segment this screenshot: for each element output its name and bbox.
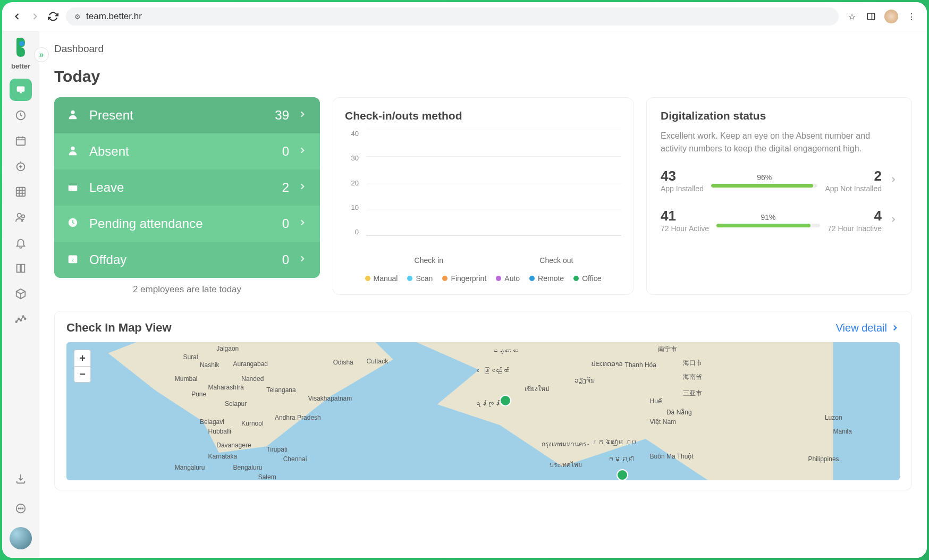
map-place-label: កម្ពុជា [608,455,634,463]
stat-number: 4 [827,208,882,224]
map-card: Check In Map View View detail SuratJalga… [54,311,912,490]
status-item-absent[interactable]: Absent 0 [54,133,320,169]
sidebar-item-add-time[interactable] [10,155,32,177]
sidebar-item-calendar[interactable] [10,130,32,152]
bookmark-icon[interactable]: ☆ [846,11,858,22]
sidebar-item-notifications[interactable] [10,232,32,254]
user-avatar[interactable] [10,527,32,549]
map-view[interactable]: SuratJalgaonNashikMumbaiAurangabadMahara… [66,342,900,480]
zoom-out-button[interactable]: − [74,366,90,382]
sidebar-item-chat[interactable] [10,497,32,520]
map-place-label: 海口市 [683,359,702,368]
map-place-label: Mumbai [175,375,198,383]
sidebar-item-download[interactable] [10,468,32,490]
reload-button[interactable] [48,11,58,22]
sidebar-toggle[interactable]: » [34,47,49,62]
logo-label: better [11,62,30,70]
map-place-label: Pune [191,391,206,398]
svg-point-26 [22,508,23,509]
sidebar-item-analytics[interactable] [10,308,32,330]
status-value: 0 [282,144,289,159]
map-place-label: Visakhapatnam [308,395,352,402]
status-value: 2 [282,180,289,195]
site-settings-icon: ⚙ [74,13,81,21]
map-place-label: ວຽງຈັນ [575,377,595,384]
svg-point-2 [19,41,24,46]
menu-icon[interactable]: ⋮ [906,11,917,22]
map-place-label: Huế [650,397,662,405]
chevron-right-icon [890,323,900,333]
status-label: Leave [89,180,282,195]
map-place-label: နေပြည်တော် [483,367,509,375]
back-button[interactable] [12,11,22,22]
profile-avatar[interactable] [884,10,898,23]
status-label: Present [89,108,275,123]
stat-number: 2 [825,168,882,184]
map-place-label: Kurnool [241,420,263,427]
map-place-label: Odisha [333,359,353,366]
chevron-right-icon [298,254,307,266]
legend-item: Auto [496,274,520,283]
chart-plot [366,130,621,236]
status-item-leave[interactable]: Leave 2 [54,169,320,206]
chevron-right-icon[interactable] [889,175,898,186]
status-item-present[interactable]: Present 39 [54,97,320,133]
status-item-offday[interactable]: z Offday 0 [54,242,320,278]
map-place-label: 海南省 [683,372,702,381]
svg-rect-30 [69,183,78,186]
chart-title: Check-in/outs method [345,109,621,122]
logo-icon [10,37,31,58]
status-item-pending[interactable]: Pending attendance 0 [54,206,320,242]
sidebar-item-book[interactable] [10,257,32,279]
sidebar: better » [2,31,39,558]
sidebar-item-time[interactable] [10,104,32,126]
svg-rect-4 [20,92,22,94]
sidebar-item-grid[interactable] [10,181,32,203]
sidebar-item-people[interactable] [10,206,32,228]
sidebar-item-dashboard[interactable] [10,79,32,101]
stat-label: 72 Hour Inactive [827,224,882,233]
stat-label: App Installed [661,184,704,193]
progress-bar [711,184,817,188]
sidebar-item-package[interactable] [10,283,32,305]
map-pin[interactable] [616,469,628,480]
map-place-label: Nashik [200,361,219,369]
map-pin[interactable] [500,395,511,406]
map-title: Check In Map View [66,321,172,335]
zoom-in-button[interactable]: + [74,350,90,366]
chevron-right-icon [298,218,307,230]
status-label: Offday [89,252,282,267]
map-place-label: Việt Nam [650,418,676,426]
map-place-label: ရန်ကုန် [475,400,500,408]
map-place-label: ประเทศไทย [550,460,582,470]
map-place-label: 三亚市 [683,389,702,398]
url-bar[interactable]: ⚙ team.better.hr [66,7,839,26]
calendar-off-icon: z [67,253,82,267]
map-place-label: Tirupati [266,446,288,453]
view-detail-link[interactable]: View detail [836,322,900,334]
map-place-label: Jalgaon [216,345,239,352]
chart-card: Check-in/outs method 40 30 20 10 0 [333,97,634,295]
status-value: 39 [275,108,289,123]
chevron-right-icon[interactable] [889,215,898,226]
stat-number: 43 [661,168,704,184]
legend-item: Manual [365,274,398,283]
map-place-label: Surat [183,353,199,361]
breadcrumb: Dashboard [54,43,912,55]
late-note: 2 employees are late today [54,278,320,295]
forward-button[interactable] [30,11,40,22]
stat-percent: 96% [711,173,817,182]
main-content: Dashboard Today Present 39 Absent [39,31,927,558]
map-place-label: Đà Nẵng [666,409,692,416]
svg-rect-6 [16,138,26,146]
calendar-icon [67,181,82,194]
panel-icon[interactable] [865,11,877,22]
svg-rect-0 [867,13,875,20]
svg-point-25 [20,508,21,509]
map-place-label: Cuttack [366,358,388,365]
map-place-label: မန္တလေး [492,347,518,355]
digit-title: Digitalization status [661,109,898,122]
map-place-label: Philippines [808,455,839,463]
svg-point-17 [22,215,25,218]
map-place-label: กรุงเทพมหานคร [542,439,586,449]
